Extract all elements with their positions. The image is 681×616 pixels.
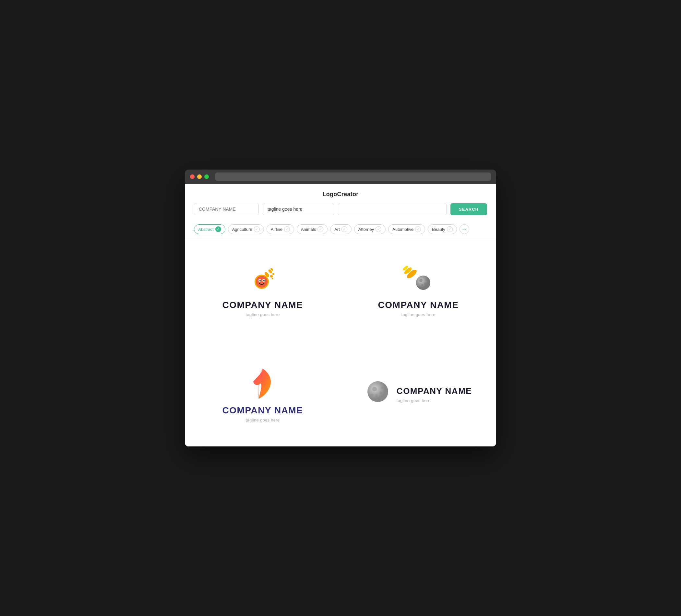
fireball-icon <box>248 265 277 294</box>
filter-abstract-label: Abstract <box>198 227 214 232</box>
filter-agriculture[interactable]: Agriculture ✓ <box>228 224 264 234</box>
tagline-input[interactable] <box>263 203 334 215</box>
logo-2-company: COMPANY NAME <box>378 300 459 310</box>
filter-animals-check: ✓ <box>318 226 323 232</box>
filter-airline[interactable]: Airline ✓ <box>267 224 294 234</box>
app-body: LogoCreator SEARCH Abstract ✓ Agricultur… <box>185 184 496 446</box>
moon-icon <box>365 379 391 405</box>
minimize-button[interactable] <box>197 174 202 179</box>
logo-3-tagline: tagline goes here <box>246 417 280 422</box>
company-name-input[interactable] <box>194 203 259 215</box>
close-button[interactable] <box>190 174 195 179</box>
filter-automotive[interactable]: Automotive ✓ <box>388 224 425 234</box>
filter-abstract[interactable]: Abstract ✓ <box>194 224 225 234</box>
app-title: LogoCreator <box>322 191 358 198</box>
filter-beauty-check: ✓ <box>447 226 453 232</box>
filter-beauty-label: Beauty <box>432 227 445 232</box>
filter-art[interactable]: Art ✓ <box>330 224 352 234</box>
filter-beauty[interactable]: Beauty ✓ <box>428 224 457 234</box>
filter-art-label: Art <box>334 227 340 232</box>
svg-point-20 <box>421 284 423 286</box>
logo-card-3[interactable]: COMPANY NAME tagline goes here <box>185 343 340 446</box>
search-button[interactable]: SEARCH <box>450 203 487 215</box>
logo-4-text: COMPANY NAME tagline goes here <box>397 386 472 403</box>
logo-card-4[interactable]: COMPANY NAME tagline goes here <box>340 343 496 446</box>
logo-4-tagline: tagline goes here <box>397 398 472 403</box>
svg-point-24 <box>379 391 383 394</box>
filter-animals-label: Animals <box>301 227 316 232</box>
filter-abstract-check: ✓ <box>215 226 221 232</box>
filter-art-check: ✓ <box>342 226 347 232</box>
filter-animals[interactable]: Animals ✓ <box>297 224 328 234</box>
svg-point-23 <box>372 387 377 391</box>
feather-icon <box>251 367 275 400</box>
logo-card-2[interactable]: COMPANY NAME tagline goes here <box>340 239 496 343</box>
svg-point-22 <box>368 381 388 402</box>
logo-1-tagline: tagline goes here <box>246 312 280 317</box>
svg-point-27 <box>371 393 373 396</box>
filter-agriculture-label: Agriculture <box>232 227 252 232</box>
svg-point-12 <box>263 280 264 281</box>
extra-input[interactable] <box>338 203 447 215</box>
logo-4-inner: COMPANY NAME tagline goes here <box>365 379 472 410</box>
app-header: LogoCreator <box>185 184 496 203</box>
svg-point-21 <box>426 279 427 281</box>
maximize-button[interactable] <box>204 174 209 179</box>
titlebar <box>185 170 496 184</box>
svg-point-4 <box>272 273 274 275</box>
logo-4-company: COMPANY NAME <box>397 386 472 396</box>
svg-point-11 <box>259 280 261 281</box>
logo-grid: COMPANY NAME tagline goes here <box>185 239 496 446</box>
svg-point-8 <box>256 276 268 288</box>
svg-point-18 <box>419 279 423 282</box>
logo-2-tagline: tagline goes here <box>401 312 435 317</box>
comet-icon <box>402 265 434 294</box>
svg-point-3 <box>270 275 273 278</box>
svg-point-19 <box>424 282 427 285</box>
filter-airline-label: Airline <box>271 227 282 232</box>
filter-attorney-check: ✓ <box>376 226 381 232</box>
url-bar[interactable] <box>215 173 491 181</box>
search-bar: SEARCH <box>185 203 496 221</box>
filter-automotive-check: ✓ <box>415 226 421 232</box>
filter-bar: Abstract ✓ Agriculture ✓ Airline ✓ Anima… <box>185 221 496 239</box>
logo-3-company: COMPANY NAME <box>223 405 303 416</box>
svg-point-17 <box>416 276 430 290</box>
filter-next-button[interactable]: → <box>459 224 469 234</box>
app-window: LogoCreator SEARCH Abstract ✓ Agricultur… <box>185 170 496 446</box>
filter-attorney-label: Attorney <box>358 227 374 232</box>
svg-point-5 <box>272 278 273 279</box>
svg-point-26 <box>381 387 383 389</box>
filter-attorney[interactable]: Attorney ✓ <box>354 224 385 234</box>
logo-1-company: COMPANY NAME <box>223 300 303 310</box>
filter-automotive-label: Automotive <box>393 227 413 232</box>
logo-card-1[interactable]: COMPANY NAME tagline goes here <box>185 239 340 343</box>
filter-airline-check: ✓ <box>284 226 290 232</box>
svg-point-25 <box>375 394 378 397</box>
filter-agriculture-check: ✓ <box>254 226 260 232</box>
